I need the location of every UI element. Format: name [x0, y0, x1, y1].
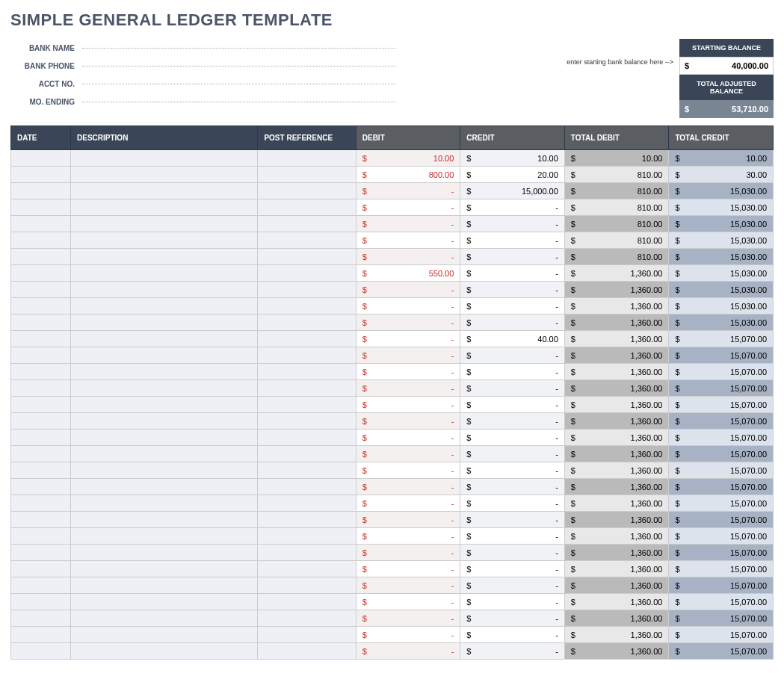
cell-date[interactable] — [11, 183, 71, 199]
cell-description[interactable] — [71, 528, 258, 545]
cell-debit[interactable]: $- — [356, 610, 460, 627]
cell-description[interactable] — [71, 331, 258, 347]
cell-post-reference[interactable] — [258, 446, 356, 462]
cell-total-debit[interactable]: $1,360.00 — [564, 314, 669, 331]
cell-total-credit[interactable]: $15,030.00 — [669, 265, 774, 282]
cell-total-credit[interactable]: $15,070.00 — [669, 512, 774, 528]
cell-total-debit[interactable]: $810.00 — [564, 167, 669, 183]
cell-post-reference[interactable] — [258, 495, 356, 512]
cell-total-credit[interactable]: $15,030.00 — [669, 183, 774, 199]
cell-total-credit[interactable]: $15,070.00 — [669, 594, 774, 610]
cell-description[interactable] — [71, 298, 258, 314]
cell-debit[interactable]: $- — [356, 462, 460, 479]
cell-post-reference[interactable] — [258, 627, 356, 643]
cell-total-debit[interactable]: $1,360.00 — [564, 561, 669, 577]
cell-debit[interactable]: $800.00 — [356, 167, 460, 183]
cell-total-debit[interactable]: $810.00 — [564, 249, 669, 265]
cell-post-reference[interactable] — [258, 561, 356, 577]
cell-description[interactable] — [71, 167, 258, 183]
cell-post-reference[interactable] — [258, 216, 356, 232]
cell-post-reference[interactable] — [258, 298, 356, 314]
cell-description[interactable] — [71, 446, 258, 462]
cell-post-reference[interactable] — [258, 150, 356, 167]
cell-post-reference[interactable] — [258, 413, 356, 430]
cell-debit[interactable]: $- — [356, 643, 460, 660]
cell-total-credit[interactable]: $15,070.00 — [669, 627, 774, 643]
cell-date[interactable] — [11, 199, 71, 216]
cell-date[interactable] — [11, 462, 71, 479]
cell-total-credit[interactable]: $15,070.00 — [669, 462, 774, 479]
cell-credit[interactable]: $15,000.00 — [460, 183, 565, 199]
cell-credit[interactable]: $- — [460, 528, 565, 545]
cell-total-debit[interactable]: $1,360.00 — [564, 347, 669, 364]
cell-total-credit[interactable]: $15,070.00 — [669, 561, 774, 577]
cell-description[interactable] — [71, 479, 258, 495]
cell-total-debit[interactable]: $1,360.00 — [564, 430, 669, 446]
cell-total-debit[interactable]: $1,360.00 — [564, 282, 669, 298]
cell-description[interactable] — [71, 643, 258, 660]
cell-debit[interactable]: $- — [356, 380, 460, 397]
cell-total-credit[interactable]: $15,070.00 — [669, 430, 774, 446]
cell-date[interactable] — [11, 265, 71, 282]
cell-description[interactable] — [71, 347, 258, 364]
cell-total-credit[interactable]: $15,070.00 — [669, 545, 774, 561]
cell-post-reference[interactable] — [258, 594, 356, 610]
cell-debit[interactable]: $- — [356, 364, 460, 380]
cell-credit[interactable]: $- — [460, 430, 565, 446]
cell-description[interactable] — [71, 314, 258, 331]
bank-name-field[interactable] — [82, 48, 396, 49]
cell-debit[interactable]: $- — [356, 577, 460, 594]
cell-credit[interactable]: $- — [460, 627, 565, 643]
cell-post-reference[interactable] — [258, 364, 356, 380]
cell-debit[interactable]: $- — [356, 561, 460, 577]
cell-post-reference[interactable] — [258, 380, 356, 397]
cell-total-debit[interactable]: $1,360.00 — [564, 512, 669, 528]
cell-post-reference[interactable] — [258, 643, 356, 660]
cell-total-debit[interactable]: $1,360.00 — [564, 364, 669, 380]
cell-date[interactable] — [11, 430, 71, 446]
cell-post-reference[interactable] — [258, 314, 356, 331]
cell-post-reference[interactable] — [258, 249, 356, 265]
cell-total-credit[interactable]: $15,070.00 — [669, 446, 774, 462]
cell-credit[interactable]: $- — [460, 199, 565, 216]
cell-post-reference[interactable] — [258, 462, 356, 479]
cell-total-debit[interactable]: $1,360.00 — [564, 545, 669, 561]
cell-date[interactable] — [11, 314, 71, 331]
cell-post-reference[interactable] — [258, 577, 356, 594]
cell-date[interactable] — [11, 577, 71, 594]
cell-total-credit[interactable]: $15,070.00 — [669, 413, 774, 430]
cell-total-debit[interactable]: $1,360.00 — [564, 462, 669, 479]
cell-credit[interactable]: $- — [460, 413, 565, 430]
cell-description[interactable] — [71, 183, 258, 199]
cell-credit[interactable]: $10.00 — [460, 150, 565, 167]
cell-date[interactable] — [11, 528, 71, 545]
cell-debit[interactable]: $- — [356, 479, 460, 495]
cell-total-debit[interactable]: $1,360.00 — [564, 627, 669, 643]
cell-credit[interactable]: $- — [460, 232, 565, 249]
cell-description[interactable] — [71, 577, 258, 594]
cell-total-debit[interactable]: $1,360.00 — [564, 413, 669, 430]
cell-credit[interactable]: $- — [460, 249, 565, 265]
cell-description[interactable] — [71, 495, 258, 512]
cell-credit[interactable]: $- — [460, 610, 565, 627]
cell-total-debit[interactable]: $1,360.00 — [564, 298, 669, 314]
cell-date[interactable] — [11, 331, 71, 347]
cell-total-debit[interactable]: $1,360.00 — [564, 265, 669, 282]
starting-balance-value[interactable]: $ 40,000.00 — [679, 57, 774, 75]
cell-debit[interactable]: $- — [356, 430, 460, 446]
cell-date[interactable] — [11, 495, 71, 512]
cell-credit[interactable]: $- — [460, 380, 565, 397]
cell-date[interactable] — [11, 610, 71, 627]
cell-description[interactable] — [71, 413, 258, 430]
cell-total-credit[interactable]: $15,070.00 — [669, 397, 774, 413]
cell-description[interactable] — [71, 430, 258, 446]
cell-total-credit[interactable]: $15,030.00 — [669, 314, 774, 331]
cell-description[interactable] — [71, 216, 258, 232]
cell-description[interactable] — [71, 364, 258, 380]
cell-credit[interactable]: $- — [460, 216, 565, 232]
cell-total-debit[interactable]: $1,360.00 — [564, 643, 669, 660]
cell-total-debit[interactable]: $1,360.00 — [564, 528, 669, 545]
cell-credit[interactable]: $- — [460, 462, 565, 479]
cell-total-debit[interactable]: $810.00 — [564, 216, 669, 232]
cell-debit[interactable]: $- — [356, 413, 460, 430]
